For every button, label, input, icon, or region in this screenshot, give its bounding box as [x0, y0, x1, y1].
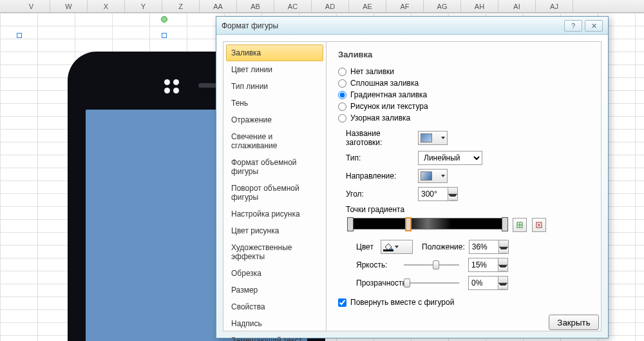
category-item[interactable]: Поворот объемной фигуры [226, 180, 323, 206]
category-list: ЗаливкаЦвет линииТип линииТеньОтражениеС… [223, 42, 327, 331]
transparency-label: Прозрачность: [338, 278, 400, 287]
column-header-V[interactable]: V [13, 0, 50, 12]
direction-picker[interactable] [418, 169, 448, 183]
position-spinner[interactable] [469, 240, 509, 254]
color-label: Цвет [338, 242, 377, 251]
category-item[interactable]: Надпись [226, 315, 323, 332]
radio-solid-fill[interactable]: Сплошная заливка [338, 77, 589, 89]
category-item[interactable]: Свечение и сглаживание [226, 128, 323, 154]
resize-handle-n[interactable] [162, 33, 167, 38]
help-icon: ? [571, 17, 575, 35]
rotate-checkbox[interactable] [338, 298, 346, 307]
type-label: Тип: [338, 153, 414, 162]
angle-spinner[interactable] [418, 187, 458, 201]
category-item[interactable]: Размер [226, 282, 323, 298]
fill-pane: Заливка Нет заливки Сплошная заливка Гра… [327, 42, 601, 331]
column-header-Z[interactable]: Z [162, 0, 200, 12]
category-item[interactable]: Цвет линии [226, 61, 323, 78]
dialog-titlebar[interactable]: Формат фигуры ? ✕ [216, 17, 608, 35]
column-header-AI[interactable]: AI [498, 0, 536, 12]
column-header-AE[interactable]: AE [349, 0, 386, 12]
footer-close-button[interactable]: Закрыть [549, 315, 599, 330]
phone-camera-icon [164, 79, 180, 93]
column-header-AA[interactable]: AA [200, 0, 237, 12]
column-header-AD[interactable]: AD [312, 0, 349, 12]
fill-heading: Заливка [338, 50, 589, 59]
category-item[interactable]: Цвет рисунка [226, 222, 323, 239]
category-item[interactable]: Замещающий текст [226, 332, 323, 341]
radio-picture-fill[interactable]: Рисунок или текстура [338, 101, 589, 112]
rotate-label: Повернуть вместе с фигурой [350, 298, 454, 307]
type-select[interactable]: Линейный [418, 151, 482, 165]
dialog-title: Формат фигуры [222, 17, 562, 35]
radio-pattern-fill[interactable]: Узорная заливка [338, 112, 589, 124]
direction-swatch-icon [421, 171, 432, 180]
close-button[interactable]: ✕ [585, 20, 603, 32]
category-item[interactable]: Тип линии [226, 78, 323, 95]
help-button[interactable]: ? [564, 20, 582, 32]
rotate-handle[interactable] [161, 16, 167, 23]
paint-bucket-icon [383, 242, 393, 251]
chevron-down-icon [441, 137, 445, 139]
column-header-AG[interactable]: AG [424, 0, 461, 12]
column-header-AF[interactable]: AF [386, 0, 424, 12]
brightness-spinner[interactable] [468, 258, 508, 272]
spin-up-icon[interactable] [448, 188, 457, 194]
rotate-with-shape-row[interactable]: Повернуть вместе с фигурой [338, 298, 589, 307]
chevron-down-icon [441, 175, 445, 177]
category-item[interactable]: Художественные эффекты [226, 239, 323, 265]
column-header-Y[interactable]: Y [125, 0, 162, 12]
radio-no-fill[interactable]: Нет заливки [338, 66, 589, 77]
column-header-W[interactable]: W [50, 0, 88, 12]
category-item[interactable]: Тень [226, 95, 323, 112]
chevron-down-icon [395, 246, 399, 248]
column-header-AJ[interactable]: AJ [536, 0, 573, 12]
brightness-input[interactable] [468, 258, 498, 272]
category-item[interactable]: Свойства [226, 298, 323, 315]
gradient-stop-1[interactable] [405, 217, 412, 231]
column-headers: VWXYZAAABACADAEAFAGAHAIAJ [0, 0, 644, 13]
column-header-AC[interactable]: AC [274, 0, 312, 12]
position-input[interactable] [469, 240, 498, 254]
format-shape-dialog: Формат фигуры ? ✕ ЗаливкаЦвет линииТип л… [216, 16, 609, 338]
category-item[interactable]: Заливка [226, 44, 323, 61]
preset-label: Название заготовки: [338, 129, 414, 147]
resize-handle-nw[interactable] [17, 33, 22, 38]
color-picker[interactable] [381, 240, 413, 254]
preset-swatch-icon [421, 133, 432, 142]
gradient-slider[interactable] [347, 218, 508, 229]
category-item[interactable]: Настройка рисунка [226, 206, 323, 222]
direction-label: Направление: [338, 171, 414, 180]
add-stop-button[interactable] [513, 218, 527, 232]
transparency-spinner[interactable] [468, 276, 508, 290]
stops-label: Точки градиента [338, 205, 589, 214]
transparency-input[interactable] [468, 276, 498, 290]
gradient-stop-0[interactable] [347, 217, 354, 231]
brightness-label: Яркость: [338, 260, 400, 269]
close-icon: ✕ [591, 17, 597, 35]
radio-gradient-fill[interactable]: Градиентная заливка [338, 89, 589, 101]
gradient-stop-2[interactable] [502, 217, 508, 231]
angle-input[interactable] [418, 187, 448, 201]
position-label: Положение: [417, 242, 465, 251]
column-header-AB[interactable]: AB [237, 0, 274, 12]
category-item[interactable]: Отражение [226, 112, 323, 128]
category-item[interactable]: Формат объемной фигуры [226, 154, 323, 180]
column-header-AH[interactable]: AH [461, 0, 498, 12]
brightness-slider[interactable] [404, 259, 459, 271]
category-item[interactable]: Обрезка [226, 265, 323, 282]
transparency-slider[interactable] [404, 277, 459, 289]
remove-stop-button[interactable] [532, 218, 546, 232]
spin-down-icon[interactable] [448, 194, 457, 200]
preset-picker[interactable] [418, 131, 448, 145]
column-header-X[interactable]: X [88, 0, 125, 12]
angle-label: Угол: [338, 190, 414, 199]
